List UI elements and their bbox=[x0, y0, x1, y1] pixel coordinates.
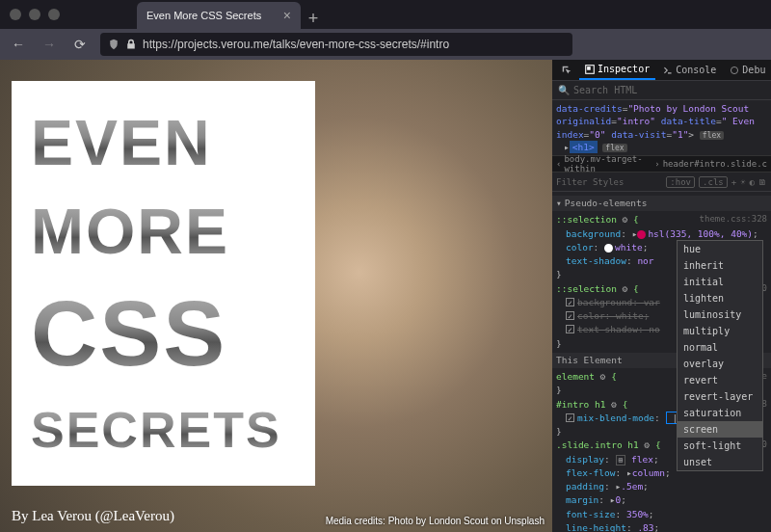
maximize-window-button[interactable] bbox=[48, 9, 60, 20]
title-word: EVEN bbox=[31, 115, 296, 172]
filter-input[interactable]: Filter Styles bbox=[556, 177, 662, 187]
pick-element-button[interactable] bbox=[556, 60, 577, 80]
dark-scheme-icon[interactable]: ◐ bbox=[750, 177, 755, 187]
close-tab-icon[interactable]: × bbox=[283, 8, 291, 23]
shield-icon bbox=[108, 39, 120, 50]
search-icon: 🔍 bbox=[558, 85, 570, 95]
add-rule-icon[interactable]: + bbox=[731, 177, 736, 187]
svg-point-2 bbox=[731, 66, 738, 73]
hov-toggle[interactable]: :hov bbox=[666, 176, 695, 188]
url-input[interactable]: https://projects.verou.me/talks/even-mor… bbox=[100, 33, 572, 56]
close-window-button[interactable] bbox=[10, 9, 21, 20]
title-card: EVEN MORE CSS SECRETS bbox=[12, 81, 315, 486]
reload-button[interactable]: ⟳ bbox=[69, 34, 91, 55]
url-toolbar: ← → ⟳ https://projects.verou.me/talks/ev… bbox=[0, 29, 771, 60]
title-word: CSS bbox=[31, 292, 296, 375]
browser-tab[interactable]: Even More CSS Secrets × bbox=[137, 2, 301, 29]
breadcrumb[interactable]: ‹body.mv-target-within›header#intro.slid… bbox=[552, 155, 771, 173]
window-controls bbox=[0, 9, 69, 20]
devtools-panel: Inspector Console Debu 🔍 Search HTML dat… bbox=[552, 60, 771, 532]
html-tree[interactable]: data-credits="Photo by London Scout orig… bbox=[552, 100, 771, 155]
new-tab-button[interactable]: + bbox=[301, 9, 326, 29]
tab-console[interactable]: Console bbox=[657, 60, 722, 80]
light-scheme-icon[interactable]: ☀ bbox=[740, 177, 745, 187]
styles-filter-bar: Filter Styles :hov .cls + ☀ ◐ 🗎 bbox=[552, 173, 771, 192]
title-word: SECRETS bbox=[31, 408, 296, 453]
tab-title: Even More CSS Secrets bbox=[146, 10, 261, 21]
minimize-window-button[interactable] bbox=[29, 9, 40, 20]
window-titlebar: Even More CSS Secrets × + bbox=[0, 0, 771, 29]
lock-icon bbox=[125, 39, 137, 50]
selected-node: <h1> bbox=[570, 141, 598, 153]
content-area: EVEN MORE CSS SECRETS By Lea Verou (@Lea… bbox=[0, 60, 771, 532]
cls-toggle[interactable]: .cls bbox=[699, 176, 728, 188]
autocomplete-dropdown[interactable]: hue inherit initial lighten luminosity m… bbox=[677, 240, 763, 471]
back-button[interactable]: ← bbox=[8, 34, 29, 55]
forward-button[interactable]: → bbox=[39, 34, 60, 55]
section-pseudo-elements[interactable]: ▾ Pseudo-elements bbox=[552, 196, 771, 211]
title-word: MORE bbox=[31, 203, 296, 260]
print-icon[interactable]: 🗎 bbox=[758, 177, 767, 187]
svg-rect-1 bbox=[587, 66, 591, 70]
styles-panel[interactable]: ▾ Pseudo-elements ::selection ⚙ {theme.c… bbox=[552, 192, 771, 532]
tab-debugger[interactable]: Debu bbox=[724, 60, 771, 80]
webpage: EVEN MORE CSS SECRETS By Lea Verou (@Lea… bbox=[0, 60, 552, 532]
byline: By Lea Verou (@LeaVerou) bbox=[12, 508, 174, 524]
tab-inspector[interactable]: Inspector bbox=[579, 60, 655, 80]
html-search[interactable]: 🔍 Search HTML bbox=[552, 81, 771, 100]
devtools-tabbar: Inspector Console Debu bbox=[552, 60, 771, 81]
url-text: https://projects.verou.me/talks/even-mor… bbox=[143, 38, 449, 51]
media-credits: Media credits: Photo by London Scout on … bbox=[326, 516, 545, 526]
